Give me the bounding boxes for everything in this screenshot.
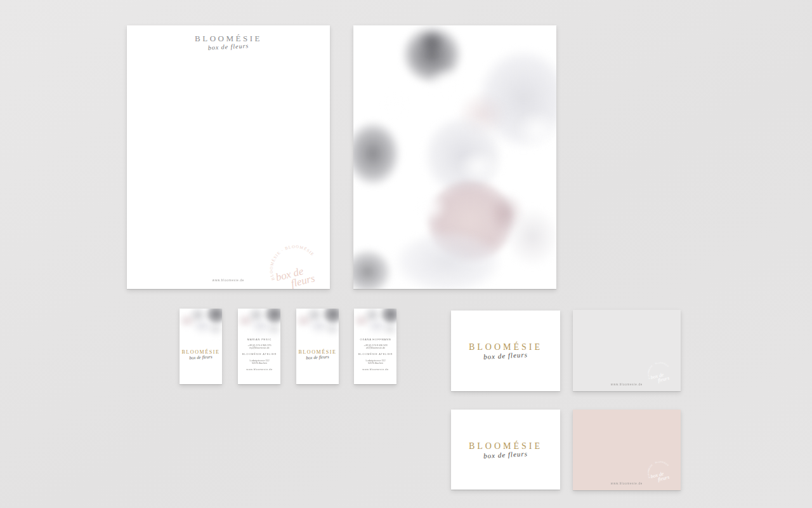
watercolor-highlight [372,86,417,124]
floral-blob [187,314,218,340]
fold-card-logo: BLOOMÉSIE box de fleurs [451,342,560,359]
watercolor-highlight [407,187,455,229]
floral-blob [204,319,222,342]
company-name: BLOOMÉSIE ATELIER [238,352,280,356]
city-address: 52070 Aachen [354,362,396,365]
brand-stamp-pink: BLOOMÉSIE · BLOOMÉSIE box de fleurs [265,237,325,289]
business-card-logo: BLOOMÉSIE box de fleurs [296,349,339,360]
floral-blob [296,310,317,331]
watercolor-floral-print [353,25,556,289]
letterhead-sheet: BLOOMÉSIE box de fleurs www.bloomesie.de… [127,25,330,289]
business-card-logo: BLOOMÉSIE box de fleurs [180,349,222,360]
floral-blob [259,309,280,329]
business-card-front: BLOOMÉSIE box de fleurs [296,309,339,384]
watercolor-flower-dark-top-core [413,25,451,60]
website-url: www.bloomesie.de [238,368,280,371]
city-address: 52070 Aachen [238,362,280,365]
watercolor-highlight [449,143,509,190]
floral-blob [376,309,396,329]
email-address: mp@bloomesie.de [238,347,280,350]
business-card-contact-block: OXANA HOFFMANN +49 (0) 170 8 036 528 oh@… [354,338,396,371]
person-name: MARIAN PESIC [238,338,280,341]
stationery-mockup-stage: BLOOMÉSIE box de fleurs www.bloomesie.de… [0,0,812,508]
business-card-floral-header [296,309,339,348]
floral-blob [320,319,339,342]
watercolor-highlight [420,60,474,105]
fold-card-back-gray: www.bloomesie.de BLOOMÉSIE · BLOOMÉSIE b… [573,310,681,391]
business-card-front: BLOOMÉSIE box de fleurs [180,309,222,384]
floral-blob [304,314,334,340]
website-url: www.bloomesie.de [354,368,396,371]
business-card-floral-header [180,309,222,348]
business-card-back: OXANA HOFFMANN +49 (0) 170 8 036 528 oh@… [354,309,396,384]
floral-blob [318,309,339,329]
brand-stamp-white: BLOOMÉSIE · BLOOMÉSIE box de fleurs [645,457,674,486]
email-address: oh@bloomesie.de [354,347,396,350]
person-name: OXANA HOFFMANN [354,338,396,341]
floral-blob [238,310,258,331]
letterhead-logo: BLOOMÉSIE box de fleurs [127,34,330,50]
fold-card-back-blush: www.bloomesie.de BLOOMÉSIE · BLOOMÉSIE b… [573,410,681,490]
fold-card-front-white: BLOOMÉSIE box de fleurs [451,311,560,391]
floral-blob [301,309,328,328]
floral-blob [180,310,200,331]
floral-blob [362,314,392,340]
floral-blob [246,314,276,340]
business-card-contact-block: MARIAN PESIC +49 (0) 170 4 905 375 mp@bl… [238,338,280,371]
floral-blob [243,309,270,328]
floral-blob [185,309,211,328]
company-name: BLOOMÉSIE ATELIER [354,352,396,356]
fold-card-logo: BLOOMÉSIE box de fleurs [451,441,560,458]
floral-blob [354,310,374,331]
brand-stamp-white: BLOOMÉSIE · BLOOMÉSIE box de fleurs [645,358,674,387]
floral-blob [201,309,222,329]
business-card-back: MARIAN PESIC +49 (0) 170 4 905 375 mp@bl… [238,309,280,384]
floral-blob [359,309,386,328]
fold-card-front-white: BLOOMÉSIE box de fleurs [451,410,560,490]
